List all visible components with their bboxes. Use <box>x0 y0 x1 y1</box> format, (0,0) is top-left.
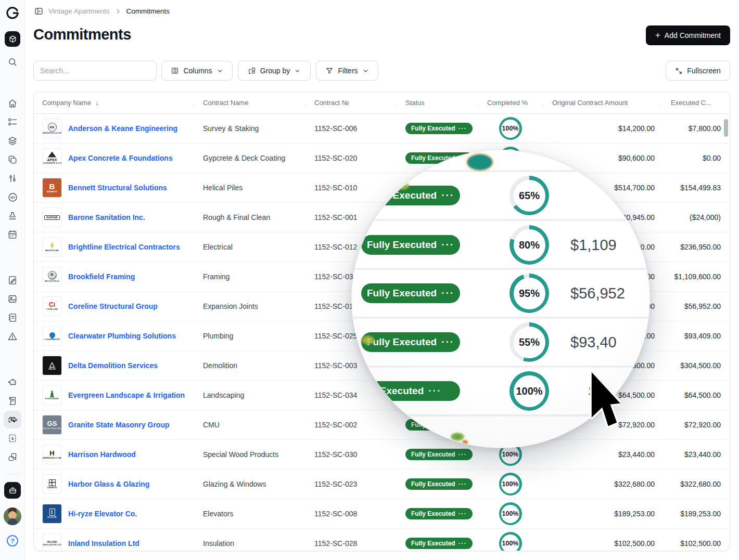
warning-triangle-icon <box>7 331 18 342</box>
company-link[interactable]: Granite State Masonry Group <box>68 421 169 429</box>
executed-amount-cell: $64,500.00 <box>661 391 730 399</box>
contract-name-cell: Glazing & Windows <box>194 480 305 488</box>
status-cell: Fully Executed··· <box>396 508 478 519</box>
company-link[interactable]: Apex Concrete & Foundations <box>68 154 173 162</box>
executed-amount-cell: $189,253.00 <box>661 510 730 518</box>
rail-photos[interactable] <box>4 290 21 308</box>
header-executed[interactable]: Executed C... <box>661 99 730 107</box>
app-logo[interactable] <box>4 4 21 22</box>
filters-button[interactable]: Filters <box>316 61 378 81</box>
status-cell: Fully Executed··· <box>396 449 478 460</box>
header-contract-number[interactable]: Contract № <box>305 99 396 107</box>
company-logo: APEX CONCRETE & FOUNDATIONS <box>42 148 62 168</box>
chevron-down-icon <box>216 68 223 74</box>
rail-layers[interactable] <box>4 132 21 150</box>
original-amount-cell: $90,600.00 <box>543 154 661 162</box>
badge-menu-dots: ··· <box>458 510 467 517</box>
cursor-arrow <box>588 369 620 431</box>
header-contract-name[interactable]: Contract Name <box>194 99 305 107</box>
status-badge[interactable]: Fully Executed··· <box>405 123 473 134</box>
left-rail: RFI <box>0 0 25 560</box>
table-row[interactable]: INLAND INSULATION LTD Inland Insulation … <box>34 529 730 551</box>
status-badge[interactable]: Fully Executed··· <box>405 538 473 549</box>
group-by-button[interactable]: Group by <box>238 61 311 81</box>
company-link[interactable]: Hi-ryze Elevator Co. <box>68 510 137 518</box>
header-original-amount[interactable]: Original Contract Amount <box>543 99 661 107</box>
company-cell: △ DELTA Delta Demolition Services <box>34 356 194 375</box>
table-row[interactable]: B BENNETT Bennett Structural Solutions H… <box>34 173 730 203</box>
table-scrollbar-thumb[interactable] <box>724 119 728 137</box>
calendar-icon <box>7 229 18 240</box>
status-badge[interactable]: Fully Executed··· <box>405 449 473 460</box>
rail-contracts[interactable] <box>4 392 21 410</box>
rail-tasks[interactable] <box>4 113 21 131</box>
company-link[interactable]: Barone Sanitation Inc. <box>68 213 145 222</box>
table-row[interactable]: HARBOR Harbor Glass & Glazing Glazing & … <box>34 470 730 499</box>
fullscreen-button[interactable]: Fullscreen <box>666 61 730 81</box>
company-logo: BRIGHTLINE <box>42 237 62 257</box>
lens-progress-ring: 100% <box>509 371 549 411</box>
rail-invoicing[interactable]: $ <box>4 429 21 447</box>
table-row[interactable]: H HARRISON & VALE Harrison Hardwood Spec… <box>34 440 730 470</box>
rail-budget[interactable] <box>4 373 21 391</box>
status-badge[interactable]: Fully Executed··· <box>405 478 473 490</box>
add-commitment-button[interactable]: + Add Commitment <box>646 25 730 45</box>
rail-documents[interactable] <box>4 151 21 168</box>
table-row[interactable]: APEX CONCRETE & FOUNDATIONS Apex Concret… <box>34 144 730 173</box>
company-link[interactable]: Coreline Structural Group <box>68 302 158 310</box>
rail-rfi[interactable]: RFI <box>4 188 21 206</box>
user-avatar[interactable] <box>4 507 21 525</box>
briefcase-icon <box>8 486 17 495</box>
company-cell: BROOKFIELD Brookfield Framing <box>34 267 194 286</box>
help-button[interactable]: ? <box>4 532 21 550</box>
lens-amount-fragment: $1,109 <box>570 237 617 254</box>
lens-status-badge: Fully Executed··· <box>361 283 460 303</box>
filter-funnel-icon <box>325 67 334 75</box>
header-status[interactable]: Status <box>396 99 478 107</box>
company-link[interactable]: Clearwater Plumbing Solutions <box>68 332 176 340</box>
company-link[interactable]: Inland Insulation Ltd <box>68 539 139 548</box>
company-link[interactable]: Harbor Glass & Glazing <box>68 480 149 488</box>
contract-name-cell: CMU <box>194 421 305 429</box>
page-title: Commitments <box>33 26 131 43</box>
panel-toggle-icon[interactable] <box>34 7 43 16</box>
company-cell: H HARRISON & VALE Harrison Hardwood <box>34 445 194 464</box>
table-row[interactable]: GS Granite State Masonry Granite State M… <box>34 410 730 440</box>
rail-settings-sliders[interactable] <box>4 170 21 187</box>
rail-home[interactable] <box>4 95 21 112</box>
contract-number-cell: 1152-SC-028 <box>305 539 396 548</box>
status-badge[interactable]: Fully Executed··· <box>405 508 473 519</box>
table-row[interactable]: HI-RYZE Hi-ryze Elevator Co. Elevators 1… <box>34 499 730 529</box>
rail-stamp[interactable] <box>4 207 21 225</box>
company-logo: HARBOR <box>42 474 62 494</box>
contract-number-cell: 1152-SC-030 <box>305 450 396 459</box>
company-link[interactable]: Evergreen Landscape & Irrigation <box>68 391 185 399</box>
rail-doc-edit[interactable] <box>4 271 21 289</box>
columns-button[interactable]: Columns <box>161 61 233 81</box>
project-cube-button[interactable] <box>5 31 20 47</box>
table-row[interactable]: AK ANDERSON & KEANE Anderson & Keane Eng… <box>34 114 730 144</box>
brand-g-icon <box>6 6 19 20</box>
rail-specs[interactable] <box>4 309 21 327</box>
search-input[interactable] <box>33 61 157 81</box>
rail-transfers[interactable] <box>4 448 21 466</box>
executed-amount-cell: $322,680.00 <box>661 480 730 488</box>
contract-name-cell: Demolition <box>194 361 305 370</box>
header-completed[interactable]: Completed % <box>478 99 543 107</box>
company-link[interactable]: Brookfield Framing <box>68 272 135 281</box>
columns-icon <box>171 67 179 75</box>
company-link[interactable]: Harrison Hardwood <box>68 450 136 459</box>
breadcrumb-project[interactable]: Vintage Apartments <box>48 7 110 15</box>
company-link[interactable]: Bennett Structural Solutions <box>68 184 167 192</box>
document-pen-icon <box>7 275 18 285</box>
header-company-name[interactable]: Company Name↓ <box>34 99 194 107</box>
toolbox-button[interactable] <box>4 482 21 499</box>
company-link[interactable]: Anderson & Keane Engineering <box>68 124 177 133</box>
rail-issues[interactable] <box>4 328 21 345</box>
rail-commitments-active[interactable] <box>4 411 21 428</box>
company-link[interactable]: Delta Demolition Services <box>68 361 158 370</box>
contract-number-cell: 1152-SC-008 <box>305 510 396 518</box>
company-link[interactable]: Brightline Electrical Contractors <box>68 243 180 251</box>
rail-search[interactable] <box>4 53 21 71</box>
rail-calendar[interactable] <box>4 226 21 243</box>
